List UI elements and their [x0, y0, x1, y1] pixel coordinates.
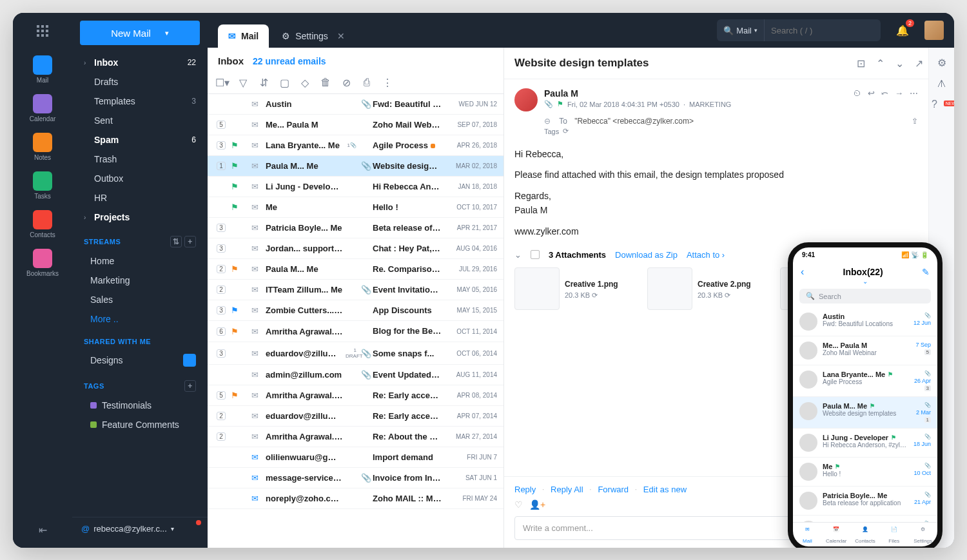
stream-more[interactable]: More ..	[72, 309, 208, 329]
shared-item[interactable]: Designs	[72, 349, 208, 371]
heart-icon[interactable]: ♡	[514, 499, 523, 510]
folder-hr[interactable]: HR	[72, 188, 208, 208]
folder-inbox[interactable]: ›Inbox22	[72, 53, 208, 72]
chat-icon[interactable]: ⊡	[855, 57, 866, 70]
tag-icon[interactable]: ◇	[299, 77, 311, 88]
message-row[interactable]: 5 ⚑ ✉ Amritha Agrawal... ... Re: Early a…	[208, 385, 503, 406]
search[interactable]: 🔍 Mail ▾	[717, 19, 881, 41]
more-icon[interactable]: ⋮	[382, 77, 393, 88]
next-icon[interactable]: ⌄	[894, 57, 905, 70]
rail-item-contacts[interactable]: Contacts	[20, 205, 65, 244]
folder-outbox[interactable]: Outbox	[72, 169, 208, 188]
message-row[interactable]: ⚑ ✉ Me Hello ! OCT 10, 2017	[208, 197, 503, 218]
filter-icon[interactable]: ▽	[237, 77, 249, 88]
stream-home[interactable]: Home	[72, 251, 208, 271]
attachment-card[interactable]: Creative 2.png20.3 KB ⟳	[647, 267, 770, 313]
message-row[interactable]: 2 ✉ Amritha Agrawal... ... Re: About the…	[208, 427, 503, 447]
folder-trash[interactable]: Trash	[72, 150, 208, 169]
message-row[interactable]: 5 ✉ Me... Paula M Zoho Mail Webinar SEP …	[208, 115, 503, 135]
reply-all-button[interactable]: Reply All	[551, 485, 583, 494]
reply-all-icon[interactable]: ⤺	[881, 88, 888, 111]
phone-message-row[interactable]: AustinFwd: Beautiful Locations 📎12 Jun	[793, 307, 937, 336]
reply-button[interactable]: Reply	[514, 485, 536, 494]
folder-projects[interactable]: ›Projects	[72, 208, 208, 227]
phone-message-row[interactable]: Paula M... Me ⚑Website design templates …	[793, 397, 937, 429]
new-mail-button[interactable]: New Mail ▾	[80, 21, 200, 45]
rail-item-mail[interactable]: Mail	[20, 50, 65, 89]
collapse-icon[interactable]: ⇤	[32, 519, 53, 540]
add-stream-icon[interactable]: +	[184, 236, 196, 247]
folder-icon[interactable]: ▢	[278, 77, 290, 88]
phone-message-row[interactable]: Jordan... support@zylkerChat: Hey Pat 📎4…	[793, 516, 937, 522]
close-icon[interactable]: ✕	[337, 31, 345, 41]
rail-item-notes[interactable]: Notes	[20, 128, 65, 166]
account-switcher[interactable]: @ rebecca@zylker.c... ▾	[72, 517, 208, 540]
sort-icon[interactable]: ⇅	[170, 236, 182, 247]
prev-icon[interactable]: ⌃	[874, 57, 886, 70]
attach-to-link[interactable]: Attach to ›	[687, 250, 725, 260]
help-icon[interactable]: ?NEW	[932, 99, 952, 110]
apps-grid-icon[interactable]	[32, 21, 53, 41]
phone-tab-mail[interactable]: ✉Mail	[793, 526, 822, 544]
message-row[interactable]: 2 ✉ ITTeam Zillum... Me 📎 Event Invitati…	[208, 280, 503, 300]
phone-tab-contacts[interactable]: 👤Contacts	[851, 526, 880, 544]
avatar[interactable]	[924, 21, 944, 40]
chevron-down-icon[interactable]: ⌄	[793, 278, 937, 285]
compose-icon[interactable]: ✎	[922, 267, 930, 277]
message-row[interactable]: ✉ Austin 📎 Fwd: Beautiful locati... WED …	[208, 94, 503, 115]
add-tag-icon[interactable]: +	[184, 380, 196, 392]
message-row[interactable]: 2 ✉ eduardov@zillum.c... Re: Early acces…	[208, 406, 503, 427]
invite-icon[interactable]: 👤+	[529, 499, 545, 510]
gear-icon[interactable]: ⚙	[937, 57, 946, 69]
forward-icon[interactable]: →	[895, 88, 903, 111]
back-icon[interactable]: ‹	[801, 266, 804, 278]
folder-sent[interactable]: Sent	[72, 111, 208, 130]
message-row[interactable]: ✉ admin@zillum.com 📎 Event Updated - De.…	[208, 365, 503, 385]
notifications-icon[interactable]: 🔔2	[894, 21, 912, 39]
edit-as-new-button[interactable]: Edit as new	[643, 485, 687, 494]
tag-item[interactable]: Testimonials	[72, 396, 208, 415]
rail-item-calendar[interactable]: Calendar	[20, 89, 65, 128]
phone-tab-calendar[interactable]: 📅Calendar	[822, 526, 851, 544]
unread-count[interactable]: 22 unread emails	[253, 56, 326, 66]
folder-templates[interactable]: Templates3	[72, 92, 208, 111]
remind-icon[interactable]: ⏲	[853, 88, 861, 111]
tag-item[interactable]: Feature Comments	[72, 415, 208, 434]
print-icon[interactable]: ⎙	[361, 77, 373, 88]
phone-message-row[interactable]: Lana Bryante... Me ⚑Agile Process 📎26 Ap…	[793, 365, 937, 397]
message-row[interactable]: 3 ✉ eduardov@zillum.c... 1 DRAFT 📎 Some …	[208, 342, 503, 365]
phone-message-row[interactable]: Patricia Boyle... MeBeta release for app…	[793, 487, 937, 516]
tab-settings[interactable]: ⚙Settings✕	[271, 24, 355, 48]
stream-sales[interactable]: Sales	[72, 290, 208, 309]
open-icon[interactable]: ↗	[913, 57, 924, 70]
spam-icon[interactable]: ⊘	[340, 77, 352, 88]
message-row[interactable]: 3 ⚑ ✉ Lana Bryante... Me 1📎 Agile Proces…	[208, 135, 503, 156]
message-row[interactable]: 1 ⚑ ✉ Paula M... Me 📎 Website design tem…	[208, 156, 503, 177]
tab-mail[interactable]: ✉Mail	[218, 24, 269, 48]
phone-search[interactable]: 🔍 Search	[799, 289, 931, 304]
message-row[interactable]: ✉ olilienwuaru@gmai... Import demand FRI…	[208, 447, 503, 468]
attachment-card[interactable]: Creative 1.png20.3 KB ⟳	[514, 267, 637, 313]
phone-message-row[interactable]: Me... Paula MZoho Mail Webinar 7 Sep5	[793, 336, 937, 365]
message-row[interactable]: 6 ⚑ ✉ Amritha Agrawal... ... Blog for th…	[208, 321, 503, 342]
message-row[interactable]: 3 ✉ Jordan... support@z... Chat : Hey Pa…	[208, 238, 503, 259]
sort-icon[interactable]: ⇵	[258, 77, 269, 88]
expand-icon[interactable]: ⌄	[514, 250, 522, 260]
search-input[interactable]	[765, 26, 881, 35]
select-all-checkbox[interactable]: ☐▾	[217, 77, 228, 88]
download-zip-link[interactable]: Download as Zip	[615, 250, 678, 260]
phone-message-row[interactable]: Li Jung - Developer ⚑Hi Rebecca Anderson…	[793, 429, 937, 458]
select-all-attachments[interactable]	[531, 250, 540, 259]
message-row[interactable]: 3 ✉ Patricia Boyle... Me Beta release of…	[208, 218, 503, 238]
stream-marketing[interactable]: Marketing	[72, 271, 208, 290]
sender-avatar[interactable]	[514, 88, 538, 111]
folder-drafts[interactable]: Drafts	[72, 72, 208, 92]
message-row[interactable]: 3 ⚑ ✉ Zombie Cutters... le... App Discou…	[208, 300, 503, 321]
message-row[interactable]: ✉ message-service@... 📎 Invoice from Inv…	[208, 468, 503, 488]
message-row[interactable]: ✉ noreply@zoho.com Zoho MAIL :: Mail For…	[208, 488, 503, 509]
phone-tab-files[interactable]: 📄Files	[879, 526, 908, 544]
rail-item-bookmarks[interactable]: Bookmarks	[20, 244, 65, 282]
add-tag-icon[interactable]: ⟳	[563, 127, 569, 135]
share-icon[interactable]: ⇪	[912, 117, 918, 126]
delete-icon[interactable]: 🗑	[320, 77, 331, 88]
